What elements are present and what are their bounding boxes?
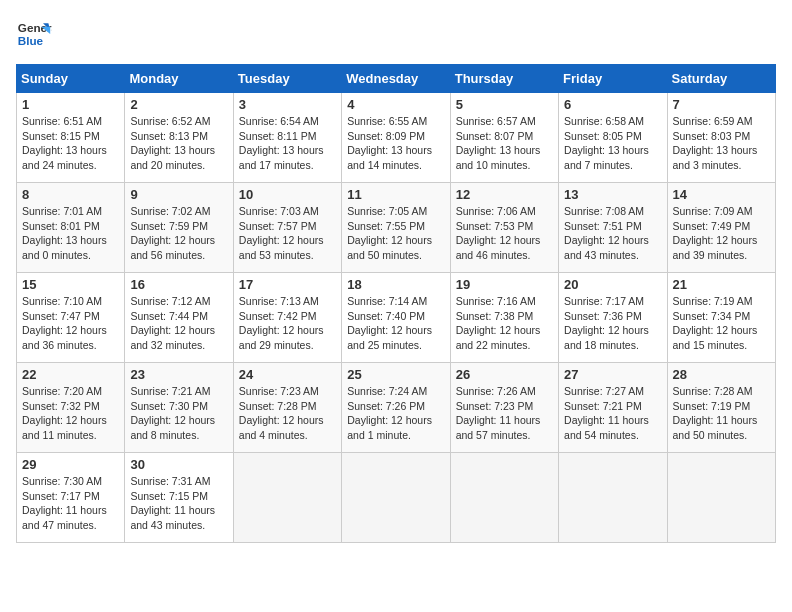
day-info: Sunrise: 7:01 AMSunset: 8:01 PMDaylight:… <box>22 204 119 263</box>
calendar-table: SundayMondayTuesdayWednesdayThursdayFrid… <box>16 64 776 543</box>
day-number: 3 <box>239 97 336 112</box>
header: General Blue <box>16 16 776 52</box>
day-info: Sunrise: 7:17 AMSunset: 7:36 PMDaylight:… <box>564 294 661 353</box>
day-number: 17 <box>239 277 336 292</box>
day-cell-13: 13Sunrise: 7:08 AMSunset: 7:51 PMDayligh… <box>559 183 667 273</box>
day-cell-22: 22Sunrise: 7:20 AMSunset: 7:32 PMDayligh… <box>17 363 125 453</box>
day-number: 2 <box>130 97 227 112</box>
day-info: Sunrise: 7:23 AMSunset: 7:28 PMDaylight:… <box>239 384 336 443</box>
day-info: Sunrise: 6:59 AMSunset: 8:03 PMDaylight:… <box>673 114 770 173</box>
day-number: 13 <box>564 187 661 202</box>
day-number: 1 <box>22 97 119 112</box>
day-cell-4: 4Sunrise: 6:55 AMSunset: 8:09 PMDaylight… <box>342 93 450 183</box>
day-cell-3: 3Sunrise: 6:54 AMSunset: 8:11 PMDaylight… <box>233 93 341 183</box>
day-cell-9: 9Sunrise: 7:02 AMSunset: 7:59 PMDaylight… <box>125 183 233 273</box>
day-info: Sunrise: 7:06 AMSunset: 7:53 PMDaylight:… <box>456 204 553 263</box>
day-number: 23 <box>130 367 227 382</box>
day-number: 8 <box>22 187 119 202</box>
day-info: Sunrise: 7:19 AMSunset: 7:34 PMDaylight:… <box>673 294 770 353</box>
day-cell-20: 20Sunrise: 7:17 AMSunset: 7:36 PMDayligh… <box>559 273 667 363</box>
day-info: Sunrise: 7:28 AMSunset: 7:19 PMDaylight:… <box>673 384 770 443</box>
day-cell-30: 30Sunrise: 7:31 AMSunset: 7:15 PMDayligh… <box>125 453 233 543</box>
day-number: 4 <box>347 97 444 112</box>
day-cell-19: 19Sunrise: 7:16 AMSunset: 7:38 PMDayligh… <box>450 273 558 363</box>
day-cell-10: 10Sunrise: 7:03 AMSunset: 7:57 PMDayligh… <box>233 183 341 273</box>
col-header-monday: Monday <box>125 65 233 93</box>
empty-cell <box>342 453 450 543</box>
empty-cell <box>450 453 558 543</box>
day-number: 16 <box>130 277 227 292</box>
day-number: 28 <box>673 367 770 382</box>
col-header-thursday: Thursday <box>450 65 558 93</box>
day-cell-2: 2Sunrise: 6:52 AMSunset: 8:13 PMDaylight… <box>125 93 233 183</box>
week-row-3: 15Sunrise: 7:10 AMSunset: 7:47 PMDayligh… <box>17 273 776 363</box>
day-info: Sunrise: 7:14 AMSunset: 7:40 PMDaylight:… <box>347 294 444 353</box>
day-cell-29: 29Sunrise: 7:30 AMSunset: 7:17 PMDayligh… <box>17 453 125 543</box>
day-number: 29 <box>22 457 119 472</box>
day-cell-28: 28Sunrise: 7:28 AMSunset: 7:19 PMDayligh… <box>667 363 775 453</box>
day-number: 14 <box>673 187 770 202</box>
day-cell-23: 23Sunrise: 7:21 AMSunset: 7:30 PMDayligh… <box>125 363 233 453</box>
day-info: Sunrise: 7:08 AMSunset: 7:51 PMDaylight:… <box>564 204 661 263</box>
day-number: 6 <box>564 97 661 112</box>
day-info: Sunrise: 6:54 AMSunset: 8:11 PMDaylight:… <box>239 114 336 173</box>
day-info: Sunrise: 7:09 AMSunset: 7:49 PMDaylight:… <box>673 204 770 263</box>
day-cell-26: 26Sunrise: 7:26 AMSunset: 7:23 PMDayligh… <box>450 363 558 453</box>
logo-icon: General Blue <box>16 16 52 52</box>
day-info: Sunrise: 6:52 AMSunset: 8:13 PMDaylight:… <box>130 114 227 173</box>
day-cell-7: 7Sunrise: 6:59 AMSunset: 8:03 PMDaylight… <box>667 93 775 183</box>
day-number: 9 <box>130 187 227 202</box>
col-header-friday: Friday <box>559 65 667 93</box>
day-cell-5: 5Sunrise: 6:57 AMSunset: 8:07 PMDaylight… <box>450 93 558 183</box>
logo: General Blue <box>16 16 52 52</box>
day-number: 26 <box>456 367 553 382</box>
week-row-1: 1Sunrise: 6:51 AMSunset: 8:15 PMDaylight… <box>17 93 776 183</box>
empty-cell <box>559 453 667 543</box>
svg-text:Blue: Blue <box>18 34 44 47</box>
day-info: Sunrise: 7:02 AMSunset: 7:59 PMDaylight:… <box>130 204 227 263</box>
day-info: Sunrise: 6:57 AMSunset: 8:07 PMDaylight:… <box>456 114 553 173</box>
day-cell-15: 15Sunrise: 7:10 AMSunset: 7:47 PMDayligh… <box>17 273 125 363</box>
day-number: 21 <box>673 277 770 292</box>
day-info: Sunrise: 7:24 AMSunset: 7:26 PMDaylight:… <box>347 384 444 443</box>
day-info: Sunrise: 7:16 AMSunset: 7:38 PMDaylight:… <box>456 294 553 353</box>
day-number: 25 <box>347 367 444 382</box>
day-cell-25: 25Sunrise: 7:24 AMSunset: 7:26 PMDayligh… <box>342 363 450 453</box>
day-cell-17: 17Sunrise: 7:13 AMSunset: 7:42 PMDayligh… <box>233 273 341 363</box>
col-header-saturday: Saturday <box>667 65 775 93</box>
day-cell-21: 21Sunrise: 7:19 AMSunset: 7:34 PMDayligh… <box>667 273 775 363</box>
day-number: 22 <box>22 367 119 382</box>
day-info: Sunrise: 7:30 AMSunset: 7:17 PMDaylight:… <box>22 474 119 533</box>
day-number: 12 <box>456 187 553 202</box>
week-row-4: 22Sunrise: 7:20 AMSunset: 7:32 PMDayligh… <box>17 363 776 453</box>
day-info: Sunrise: 7:12 AMSunset: 7:44 PMDaylight:… <box>130 294 227 353</box>
day-info: Sunrise: 7:05 AMSunset: 7:55 PMDaylight:… <box>347 204 444 263</box>
day-number: 10 <box>239 187 336 202</box>
day-info: Sunrise: 7:03 AMSunset: 7:57 PMDaylight:… <box>239 204 336 263</box>
day-number: 5 <box>456 97 553 112</box>
day-number: 24 <box>239 367 336 382</box>
day-cell-1: 1Sunrise: 6:51 AMSunset: 8:15 PMDaylight… <box>17 93 125 183</box>
day-number: 20 <box>564 277 661 292</box>
day-number: 11 <box>347 187 444 202</box>
empty-cell <box>667 453 775 543</box>
day-info: Sunrise: 7:20 AMSunset: 7:32 PMDaylight:… <box>22 384 119 443</box>
col-header-tuesday: Tuesday <box>233 65 341 93</box>
col-header-sunday: Sunday <box>17 65 125 93</box>
day-info: Sunrise: 7:27 AMSunset: 7:21 PMDaylight:… <box>564 384 661 443</box>
day-number: 19 <box>456 277 553 292</box>
week-row-2: 8Sunrise: 7:01 AMSunset: 8:01 PMDaylight… <box>17 183 776 273</box>
day-cell-8: 8Sunrise: 7:01 AMSunset: 8:01 PMDaylight… <box>17 183 125 273</box>
week-row-5: 29Sunrise: 7:30 AMSunset: 7:17 PMDayligh… <box>17 453 776 543</box>
day-cell-11: 11Sunrise: 7:05 AMSunset: 7:55 PMDayligh… <box>342 183 450 273</box>
day-cell-6: 6Sunrise: 6:58 AMSunset: 8:05 PMDaylight… <box>559 93 667 183</box>
day-cell-18: 18Sunrise: 7:14 AMSunset: 7:40 PMDayligh… <box>342 273 450 363</box>
col-header-wednesday: Wednesday <box>342 65 450 93</box>
day-info: Sunrise: 6:51 AMSunset: 8:15 PMDaylight:… <box>22 114 119 173</box>
day-info: Sunrise: 6:55 AMSunset: 8:09 PMDaylight:… <box>347 114 444 173</box>
day-info: Sunrise: 7:31 AMSunset: 7:15 PMDaylight:… <box>130 474 227 533</box>
day-info: Sunrise: 6:58 AMSunset: 8:05 PMDaylight:… <box>564 114 661 173</box>
day-info: Sunrise: 7:26 AMSunset: 7:23 PMDaylight:… <box>456 384 553 443</box>
day-number: 15 <box>22 277 119 292</box>
day-number: 30 <box>130 457 227 472</box>
